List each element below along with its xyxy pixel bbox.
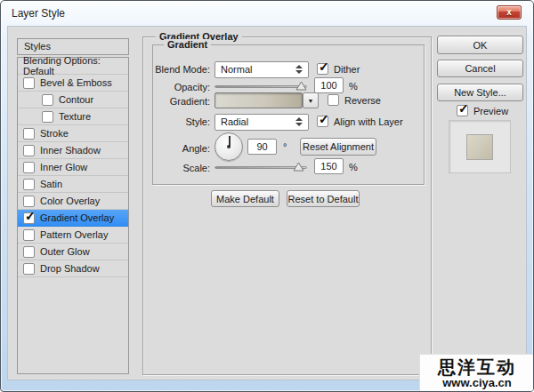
scale-slider-thumb[interactable] (293, 162, 304, 172)
sidebar-item-label: Contour (59, 94, 93, 105)
checkbox[interactable] (23, 229, 35, 241)
sidebar-item-inner-glow[interactable]: Inner Glow (18, 159, 128, 176)
align-with-layer-label: Align with Layer (334, 116, 403, 127)
sidebar-item-label: Color Overlay (40, 196, 100, 206)
sidebar-item-label: Bevel & Emboss (40, 77, 112, 88)
sidebar-item-label: Gradient Overlay (40, 212, 114, 223)
checkbox[interactable] (23, 162, 35, 173)
gradient-swatch[interactable] (214, 92, 303, 108)
group-title: Gradient (164, 39, 211, 50)
checkbox[interactable] (23, 196, 35, 207)
opacity-slider-track (214, 85, 307, 88)
window-title: Layer Style (12, 7, 65, 20)
sidebar-item-label: Inner Glow (40, 162, 87, 172)
reverse-checkbox[interactable] (328, 94, 339, 106)
angle-label: Angle: (153, 143, 210, 154)
reverse-label: Reverse (344, 95, 381, 106)
style-value: Radial (221, 116, 248, 127)
checkbox[interactable] (23, 263, 35, 275)
sidebar-item-stroke[interactable]: Stroke (18, 125, 128, 142)
scale-label: Scale: (153, 163, 210, 173)
sidebar-item-texture[interactable]: Texture (18, 108, 128, 125)
sidebar-item-outer-glow[interactable]: Outer Glow (18, 244, 128, 260)
style-label: Style: (153, 116, 210, 127)
sidebar-item-label: Outer Glow (40, 246, 90, 257)
gradient-picker-arrow[interactable]: ▼ (303, 92, 319, 108)
checkbox[interactable] (23, 246, 35, 258)
watermark: 思洋互动 www.ciya.cn (419, 354, 534, 392)
dither-checkbox[interactable] (317, 63, 328, 75)
angle-input[interactable] (247, 139, 277, 155)
sidebar-item-label: Satin (40, 179, 62, 189)
cancel-button[interactable]: Cancel (437, 60, 523, 77)
sidebar-item-satin[interactable]: Satin (18, 176, 128, 193)
checkbox[interactable] (42, 94, 53, 106)
make-default-button[interactable]: Make Default (211, 190, 279, 207)
opacity-slider[interactable] (214, 80, 307, 92)
style-preview-box (449, 120, 511, 173)
angle-unit: ° (283, 141, 287, 152)
sidebar-item-pattern-overlay[interactable]: Pattern Overlay (18, 227, 128, 244)
checkbox[interactable] (23, 128, 35, 140)
sidebar-item-color-overlay[interactable]: Color Overlay (18, 193, 128, 210)
updown-arrows-icon (295, 117, 303, 126)
angle-dial[interactable] (214, 132, 243, 161)
sidebar-item-label: Blending Options: Default (23, 55, 128, 76)
sidebar-item-gradient-overlay[interactable]: Gradient Overlay (18, 210, 128, 227)
opacity-label: Opacity: (153, 82, 210, 92)
scale-input[interactable] (314, 158, 344, 174)
preview-label: Preview (473, 106, 508, 116)
new-style-button[interactable]: New Style... (437, 84, 523, 101)
checkbox[interactable] (23, 212, 35, 224)
opacity-input[interactable] (314, 77, 344, 93)
checkbox[interactable] (23, 179, 35, 190)
close-button[interactable]: x (497, 5, 522, 20)
sidebar-item-styles[interactable]: Styles (17, 38, 129, 55)
sidebar-item-label: Inner Shadow (40, 145, 101, 156)
ok-button[interactable]: OK (437, 36, 523, 54)
checkbox[interactable] (23, 145, 35, 156)
updown-arrows-icon (295, 65, 303, 74)
sidebar-item-label: Stroke (40, 128, 69, 139)
sidebar-item-contour[interactable]: Contour (18, 92, 128, 108)
scale-unit: % (349, 162, 358, 172)
opacity-unit: % (349, 81, 358, 92)
sidebar-item-label: Pattern Overlay (40, 229, 108, 240)
dither-label: Dither (334, 64, 360, 75)
reset-to-default-button[interactable]: Reset to Default (287, 190, 360, 207)
watermark-brand: 思洋互动 (438, 357, 516, 377)
styles-list: Blending Options: Default Bevel & Emboss… (17, 57, 129, 374)
title-bar[interactable]: Layer Style x (1, 1, 533, 26)
style-preview-swatch (466, 134, 493, 160)
dialog-body: Styles Blending Options: Default Bevel &… (7, 26, 527, 380)
layer-style-window: Layer Style x Styles Blending Options: D… (0, 0, 534, 392)
sidebar-item-label: Drop Shadow (40, 263, 100, 274)
watermark-url: www.ciya.cn (442, 377, 512, 389)
sidebar-item-label: Texture (59, 111, 91, 122)
sidebar-item-blending-options[interactable]: Blending Options: Default (18, 58, 128, 75)
gradient-label: Gradient: (153, 96, 210, 107)
chevron-down-icon: ▼ (308, 98, 314, 104)
sidebar-item-inner-shadow[interactable]: Inner Shadow (18, 142, 128, 159)
gradient-group: Gradient Blend Mode: Normal Dither Opaci… (152, 44, 425, 185)
align-with-layer-checkbox[interactable] (317, 116, 328, 127)
gradient-overlay-panel: Gradient Overlay Gradient Blend Mode: No… (142, 36, 432, 375)
opacity-slider-thumb[interactable] (295, 81, 307, 91)
sidebar-item-drop-shadow[interactable]: Drop Shadow (18, 260, 128, 277)
reset-alignment-button[interactable]: Reset Alignment (300, 138, 376, 156)
blend-mode-value: Normal (221, 64, 252, 75)
blend-mode-label: Blend Mode: (153, 64, 210, 75)
preview-checkbox[interactable] (457, 105, 468, 116)
sidebar-item-bevel-emboss[interactable]: Bevel & Emboss (18, 75, 128, 92)
checkbox[interactable] (23, 77, 35, 89)
close-icon: x (506, 7, 512, 17)
blend-mode-select[interactable]: Normal (214, 61, 309, 78)
scale-slider[interactable] (214, 161, 307, 173)
checkbox[interactable] (42, 111, 53, 123)
style-select[interactable]: Radial (214, 114, 309, 131)
